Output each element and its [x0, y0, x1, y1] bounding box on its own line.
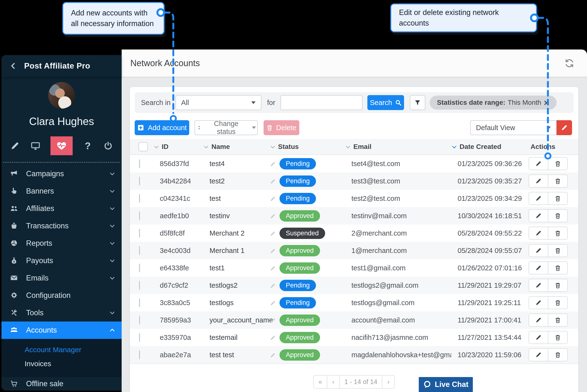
sidebar-item-offline-sale[interactable]: Offline sale: [2, 377, 122, 390]
edit-status-pencil-icon[interactable]: [270, 248, 276, 254]
question-icon[interactable]: ?: [82, 140, 93, 151]
edit-row-button[interactable]: [529, 210, 548, 222]
delete-row-button[interactable]: [548, 332, 567, 344]
submenu-item-invoices[interactable]: Invoices: [2, 357, 122, 371]
edit-row-button[interactable]: [529, 297, 548, 309]
row-checkbox[interactable]: [139, 212, 140, 220]
edit-row-button[interactable]: [529, 227, 548, 239]
delete-row-button[interactable]: [548, 175, 567, 187]
column-header-email[interactable]: Email: [345, 143, 451, 150]
cell-id: 785959a3: [154, 316, 203, 324]
change-status-button[interactable]: Change status: [194, 120, 258, 135]
column-header-date-created[interactable]: Date Created: [451, 143, 528, 150]
edit-status-pencil-icon[interactable]: [270, 352, 276, 358]
view-select[interactable]: Default View: [470, 120, 556, 135]
edit-row-button[interactable]: [529, 158, 548, 170]
edit-status-pencil-icon[interactable]: [270, 317, 276, 323]
cell-id: aedfe1b0: [154, 212, 203, 220]
edit-row-button[interactable]: [529, 244, 548, 256]
row-checkbox[interactable]: [139, 264, 140, 272]
column-header-name[interactable]: Name: [203, 143, 270, 150]
delete-row-button[interactable]: [548, 314, 567, 326]
edit-status-pencil-icon[interactable]: [270, 213, 276, 219]
refresh-icon[interactable]: [564, 58, 574, 68]
edit-status-pencil-icon[interactable]: [270, 334, 276, 340]
row-checkbox[interactable]: [139, 298, 140, 307]
edit-row-button[interactable]: [529, 279, 548, 291]
edit-status-pencil-icon[interactable]: [270, 230, 276, 236]
sidebar-item-configuration[interactable]: Configuration: [2, 287, 122, 304]
sidebar-item-banners[interactable]: Banners: [2, 182, 122, 200]
delete-row-button[interactable]: [548, 244, 567, 256]
row-checkbox[interactable]: [139, 194, 140, 203]
edit-row-button[interactable]: [529, 314, 548, 326]
edit-status-pencil-icon[interactable]: [270, 282, 276, 288]
stats-date-range-chip[interactable]: Statistics date range: This Month: [430, 96, 556, 110]
delete-row-button[interactable]: [548, 192, 567, 204]
edit-view-button[interactable]: [556, 120, 572, 135]
cell-email: 2@merchant.com: [345, 229, 451, 237]
column-header-label: Actions: [528, 143, 556, 150]
submenu-item-account-manager[interactable]: Account Manager: [2, 343, 122, 357]
live-chat-button[interactable]: Live Chat: [419, 377, 473, 392]
sidebar-item-reports[interactable]: Reports: [2, 234, 122, 252]
row-checkbox[interactable]: [139, 246, 140, 255]
edit-row-button[interactable]: [529, 332, 548, 344]
delete-row-button[interactable]: [548, 210, 567, 222]
edit-status-pencil-icon[interactable]: [270, 161, 276, 166]
row-checkbox[interactable]: [139, 229, 140, 238]
cell-id: d5f8fc8f: [154, 229, 203, 237]
delete-row-button[interactable]: [548, 262, 567, 274]
column-header-status[interactable]: Status: [270, 143, 345, 150]
sort-chevron-icon: [154, 144, 159, 150]
row-checkbox[interactable]: [139, 159, 140, 168]
cell-date-created: 11/29/2021 19:29:07: [451, 282, 528, 290]
sidebar-item-emails[interactable]: Emails: [2, 270, 122, 287]
sidebar-item-accounts[interactable]: Accounts: [2, 322, 122, 339]
add-account-button[interactable]: Add account: [135, 120, 189, 135]
edit-row-button[interactable]: [529, 349, 548, 361]
delete-button[interactable]: Delete: [264, 120, 299, 135]
chevron-left-icon[interactable]: [10, 62, 17, 70]
chevron-down-icon: [251, 102, 256, 104]
row-checkbox[interactable]: [139, 316, 140, 324]
edit-status-pencil-icon[interactable]: [270, 178, 276, 184]
edit-status-pencil-icon[interactable]: [270, 265, 276, 271]
row-checkbox[interactable]: [139, 177, 140, 186]
row-checkbox[interactable]: [139, 281, 140, 290]
delete-row-button[interactable]: [548, 227, 567, 239]
edit-row-button[interactable]: [529, 175, 548, 187]
delete-row-button[interactable]: [548, 279, 567, 291]
chip-label: Statistics date range:: [437, 99, 505, 106]
monitor-icon[interactable]: [30, 140, 41, 151]
sidebar-item-tools[interactable]: Tools: [2, 304, 122, 322]
sidebar-item-campaigns[interactable]: Campaigns: [2, 165, 122, 182]
edit-row-button[interactable]: [529, 192, 548, 204]
pagination-prev-button[interactable]: ‹: [327, 375, 340, 388]
heartbeat-icon[interactable]: [50, 136, 73, 155]
search-in-select[interactable]: All: [176, 95, 262, 110]
pagination-next-button[interactable]: ›: [382, 375, 395, 388]
delete-row-button[interactable]: [548, 297, 567, 309]
delete-row-button[interactable]: [548, 349, 567, 361]
search-term-input[interactable]: [280, 95, 362, 110]
sidebar-item-affiliates[interactable]: Affiliates: [2, 200, 122, 217]
edit-row-button[interactable]: [529, 262, 548, 274]
pencil-icon[interactable]: [10, 140, 20, 151]
row-checkbox[interactable]: [139, 333, 140, 342]
close-icon[interactable]: [544, 100, 549, 106]
filter-button[interactable]: [410, 95, 425, 110]
sidebar-item-payouts[interactable]: $Payouts: [2, 252, 122, 270]
power-icon[interactable]: [103, 140, 114, 151]
select-all-checkbox[interactable]: [138, 142, 148, 151]
edit-status-pencil-icon[interactable]: [270, 196, 276, 201]
delete-row-button[interactable]: [548, 158, 567, 170]
avatar[interactable]: [48, 82, 75, 108]
sidebar-item-transactions[interactable]: Transactions: [2, 217, 122, 234]
search-button[interactable]: Search: [367, 95, 404, 110]
column-header-id[interactable]: ID: [154, 143, 203, 150]
column-header-label: Email: [353, 143, 372, 150]
row-checkbox[interactable]: [139, 350, 140, 359]
pagination-first-button[interactable]: «: [313, 375, 327, 388]
edit-status-pencil-icon[interactable]: [270, 300, 276, 306]
